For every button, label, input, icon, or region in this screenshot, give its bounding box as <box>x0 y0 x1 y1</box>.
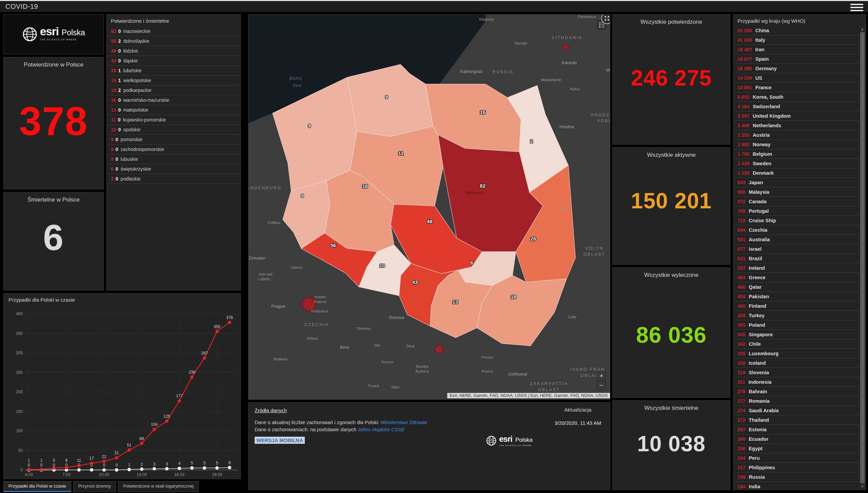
region-row[interactable]: 110kujawsko-pomorskie <box>107 115 240 125</box>
zoom-out-button[interactable]: − <box>597 381 606 390</box>
country-row[interactable]: 677Israel <box>733 244 860 254</box>
country-row[interactable]: 342Chile <box>733 339 860 349</box>
country-row[interactable]: 1 795Belgium <box>733 149 860 159</box>
country-row[interactable]: 199Russia <box>733 472 860 482</box>
map-place-label: Warsaw <box>466 190 484 195</box>
region-row[interactable]: 90lubuskie <box>107 154 240 164</box>
region-row[interactable]: 160warmińsko-mazurskie <box>107 95 240 105</box>
country-row[interactable]: 345Singapore <box>733 330 860 339</box>
region-row[interactable]: 181wielkopolskie <box>107 76 240 86</box>
esri-region-text: Polska <box>62 28 85 37</box>
country-row[interactable]: 234Peru <box>733 453 860 463</box>
region-row[interactable]: 480łódzkie <box>107 46 240 56</box>
region-row[interactable]: 20podlaskie <box>107 174 240 184</box>
johns-hopkins-link[interactable]: Johns Hopkins CSSE <box>358 427 405 432</box>
country-row[interactable]: 277Romania <box>733 396 860 406</box>
chart-panel: Przypadki dla Polski w czasie 0501001502… <box>3 293 241 479</box>
svg-text:3: 3 <box>153 462 156 467</box>
country-row[interactable]: 900Malaysia <box>733 187 860 197</box>
country-row[interactable]: 311Indonesia <box>733 377 860 387</box>
country-row[interactable]: 260Ecuador <box>733 434 860 444</box>
region-row[interactable]: 100opolskie <box>107 125 240 135</box>
country-row[interactable]: 681Australia <box>733 235 860 244</box>
country-row[interactable]: 18 077Spain <box>733 54 860 64</box>
country-row[interactable]: 557Ireland <box>733 263 860 273</box>
region-row[interactable]: 820mazowieckie <box>107 26 240 36</box>
region-row[interactable]: 281lubelskie <box>107 66 240 76</box>
country-row[interactable]: 454Pakistan <box>733 292 860 301</box>
country-row[interactable]: 274Saudi Arabia <box>733 406 860 415</box>
country-row[interactable]: 712Cruise Ship <box>733 216 860 225</box>
svg-text:10.03: 10.03 <box>99 472 109 477</box>
country-row[interactable]: 217Philippines <box>733 463 860 472</box>
chart-tab[interactable]: Przypadki dla Polski w czasie <box>3 481 71 492</box>
scroll-down-icon[interactable]: ∨ <box>860 483 865 489</box>
chart-tab[interactable]: Przyrost dzienny <box>73 481 116 492</box>
map-place-label: Liberec <box>291 265 303 269</box>
mobile-version-link[interactable]: WERSJA MOBILNA <box>255 437 305 444</box>
menu-icon[interactable] <box>850 4 863 11</box>
country-row[interactable]: 319Slovenia <box>733 368 860 377</box>
country-row[interactable]: 8 652Korea, South <box>733 92 860 102</box>
map-place-label: Dresden <box>249 255 265 261</box>
svg-text:6: 6 <box>65 458 68 463</box>
country-row[interactable]: 3 297United Kingdom <box>733 111 860 121</box>
scroll-up-icon[interactable]: ∧ <box>860 27 865 32</box>
country-row[interactable]: 335Luxembourg <box>733 349 860 358</box>
country-row[interactable]: 272Thailand <box>733 415 860 425</box>
country-row[interactable]: 194India <box>733 482 860 490</box>
country-row[interactable]: 330Iceland <box>733 358 860 368</box>
map-place-label: VOBL <box>597 118 610 123</box>
country-row[interactable]: 256Egypt <box>733 444 860 453</box>
region-row[interactable]: 562dolnośląskie <box>107 36 240 46</box>
country-row[interactable]: 359Turkey <box>733 311 860 320</box>
country-row[interactable]: 872Canada <box>733 197 860 206</box>
country-row[interactable]: 1 439Sweden <box>733 159 860 168</box>
country-row[interactable]: 278Bahrain <box>733 387 860 396</box>
region-row[interactable]: 90zachodniopomorskie <box>107 145 240 154</box>
world-deaths-panel: Wszystkie śmiertelne 10 038 <box>612 400 730 490</box>
svg-text:4.03: 4.03 <box>25 472 33 477</box>
country-row[interactable]: 621Brazil <box>733 254 860 263</box>
country-row[interactable]: 460Qatar <box>733 282 860 292</box>
country-row[interactable]: 1 802Norway <box>733 140 860 149</box>
country-row[interactable]: 2 468Netherlands <box>733 121 860 130</box>
country-row[interactable]: 943Japan <box>733 178 860 187</box>
country-row[interactable]: 694Czechia <box>733 225 860 235</box>
country-row[interactable]: 267Estonia <box>733 425 860 434</box>
country-row[interactable]: 464Greece <box>733 273 860 282</box>
case-bubble-Slovakia[interactable] <box>435 345 443 353</box>
world-recovered-panel: Wszystkie wyleczone 86 036 <box>612 267 730 398</box>
country-row[interactable]: 81 250China <box>733 26 860 35</box>
country-row[interactable]: 16 290Germany <box>733 64 860 73</box>
country-row[interactable]: 14 250US <box>733 73 860 83</box>
region-row[interactable]: 182podkarpackie <box>107 86 240 95</box>
region-row[interactable]: 430śląskie <box>107 56 240 66</box>
scrollbar-thumb[interactable] <box>860 32 865 483</box>
country-row[interactable]: 4 164Switzerland <box>733 102 860 111</box>
map-place-label: RUSSIA <box>492 70 514 74</box>
region-row[interactable]: 130małopolskie <box>107 105 240 115</box>
country-row[interactable]: 785Portugal <box>733 206 860 216</box>
svg-text:17: 17 <box>89 456 94 461</box>
country-row[interactable]: 400Finland <box>733 301 860 311</box>
zoom-in-button[interactable]: + <box>597 372 606 380</box>
chart-tab[interactable]: Potwierdzone w skali logarytmicznej <box>118 481 199 492</box>
region-row[interactable]: 90pomorskie <box>107 135 240 145</box>
world-active-value: 150 201 <box>613 188 730 213</box>
country-row[interactable]: 2 203Austria <box>733 130 860 140</box>
country-row[interactable]: 1 225Denmark <box>733 168 860 178</box>
country-row[interactable]: 41 035Italy <box>733 35 860 45</box>
poland-choropleth-map[interactable]: KlaipedaPanevezysLITHUANIATaurageKaunasM… <box>249 15 610 399</box>
country-row[interactable]: 18 407Iran <box>733 45 860 54</box>
map-place-label: Kaliningrad <box>460 69 482 74</box>
countries-scrollbar[interactable]: ∧ ∨ <box>860 27 865 489</box>
country-row[interactable]: 10 891France <box>733 83 860 92</box>
region-row[interactable]: 60świętokrzyskie <box>107 164 240 174</box>
svg-text:5: 5 <box>203 461 206 466</box>
map-place-label: Klaipeda <box>479 17 494 21</box>
cases-over-time-chart[interactable]: 0501001502002503003504004.037.0310.0313.… <box>4 304 240 478</box>
case-bubble-Lithuania[interactable] <box>563 44 568 50</box>
country-row[interactable]: 355Poland <box>733 320 860 330</box>
ministerstwo-zdrowia-link[interactable]: Ministerstwo Zdrowia <box>381 420 427 425</box>
